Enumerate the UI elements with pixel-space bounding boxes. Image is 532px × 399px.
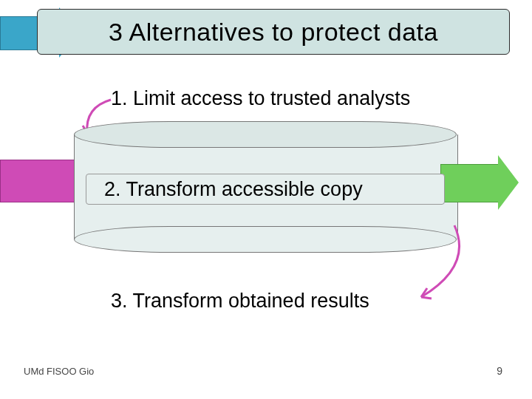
alternative-3-label: 3. Transform obtained results	[111, 290, 369, 313]
output-arrow-icon	[440, 155, 532, 210]
title-box: 3 Alternatives to protect data	[37, 9, 510, 55]
alternative-2-box: 2. Transform accessible copy	[86, 174, 445, 205]
slide-title: 3 Alternatives to protect data	[109, 18, 438, 47]
footer-attribution: UMd FISOO Gio	[24, 366, 94, 377]
slide: 3 Alternatives to protect data 1. Limit …	[0, 0, 532, 399]
alternative-2-label: 2. Transform accessible copy	[104, 178, 363, 201]
alternative-1-label: 1. Limit access to trusted analysts	[111, 87, 410, 110]
page-number: 9	[497, 365, 502, 377]
